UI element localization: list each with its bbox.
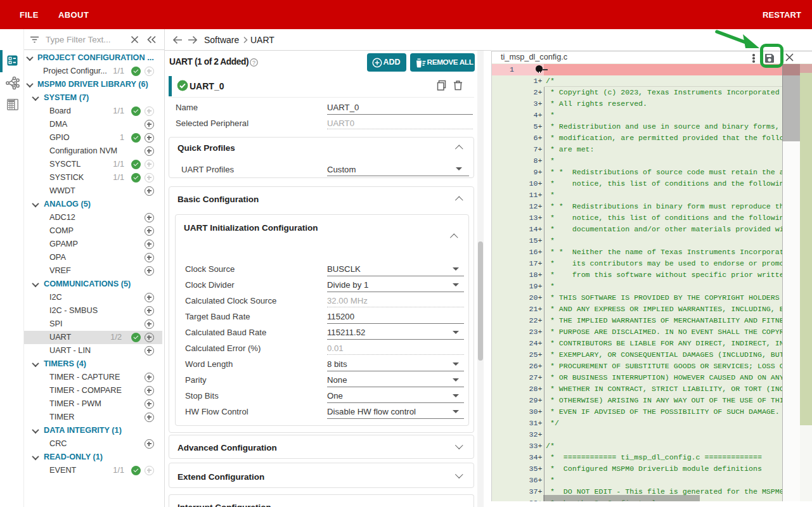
svg-text:?: ? [252,60,255,66]
